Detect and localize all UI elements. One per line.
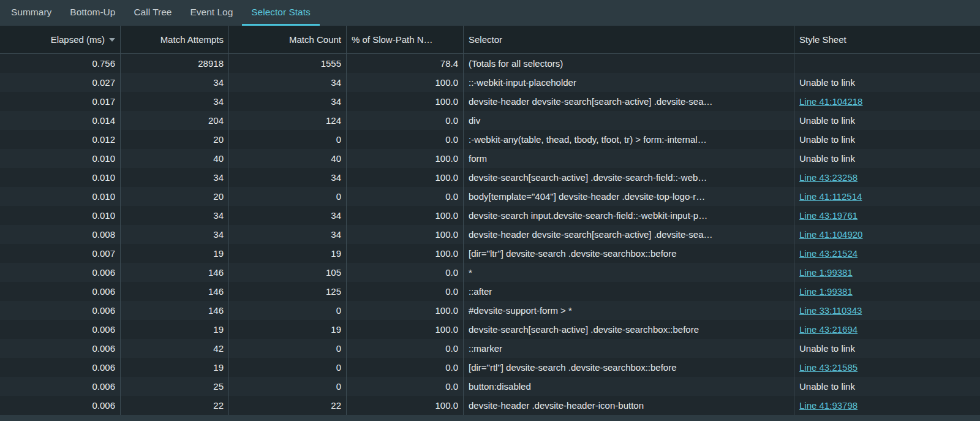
- sheet-cell: Unable to link: [794, 130, 980, 149]
- table-row[interactable]: 0.75628918155578.4(Totals for all select…: [0, 54, 980, 73]
- table-row[interactable]: 0.0061460100.0#devsite-support-form > *L…: [0, 301, 980, 320]
- column-header-label: Elapsed (ms): [51, 34, 105, 45]
- count-cell: 34: [229, 225, 347, 244]
- column-header-attempts[interactable]: Match Attempts: [121, 26, 229, 53]
- selector-cell: devsite-header devsite-search[search-act…: [464, 92, 794, 111]
- elapsed-cell: 0.008: [0, 225, 121, 244]
- table-row[interactable]: 0.0064200.0::markerUnable to link: [0, 339, 980, 358]
- style-sheet-link[interactable]: Line 1:99381: [799, 267, 853, 278]
- attempts-cell: 28918: [121, 54, 229, 73]
- elapsed-cell: 0.006: [0, 301, 121, 320]
- slow-cell: 0.0: [347, 377, 464, 396]
- tab-summary[interactable]: Summary: [2, 0, 61, 26]
- column-header-sheet[interactable]: Style Sheet: [794, 26, 980, 53]
- selector-cell: div: [464, 111, 794, 130]
- elapsed-cell: 0.027: [0, 73, 121, 92]
- sheet-cell: Line 33:110343: [794, 301, 980, 320]
- slow-cell: 78.4: [347, 54, 464, 73]
- column-header-count[interactable]: Match Count: [229, 26, 347, 53]
- count-cell: 34: [229, 206, 347, 225]
- count-cell: 19: [229, 244, 347, 263]
- style-sheet-link[interactable]: Line 43:23258: [799, 172, 858, 183]
- selector-cell: (Totals for all selectors): [464, 54, 794, 73]
- style-sheet-link[interactable]: Line 41:104920: [799, 229, 862, 240]
- selector-cell: button:disabled: [464, 377, 794, 396]
- table-row[interactable]: 0.0071919100.0[dir="ltr"] devsite-search…: [0, 244, 980, 263]
- slow-cell: 0.0: [347, 263, 464, 282]
- sheet-cell: Line 43:21585: [794, 358, 980, 377]
- table-row[interactable]: 0.0103434100.0devsite-search[search-acti…: [0, 168, 980, 187]
- table-row[interactable]: 0.0142041240.0divUnable to link: [0, 111, 980, 130]
- slow-cell: 0.0: [347, 130, 464, 149]
- tab-event-log[interactable]: Event Log: [181, 0, 242, 26]
- selector-cell: devsite-search[search-active] .devsite-s…: [464, 168, 794, 187]
- table-row[interactable]: 0.0061461050.0*Line 1:99381: [0, 263, 980, 282]
- count-cell: 40: [229, 149, 347, 168]
- table-row[interactable]: 0.0062222100.0devsite-header .devsite-he…: [0, 396, 980, 415]
- sheet-cell: Line 43:21524: [794, 244, 980, 263]
- table-row[interactable]: 0.0122000.0:-webkit-any(table, thead, tb…: [0, 130, 980, 149]
- table-row[interactable]: 0.0061461250.0::afterLine 1:99381: [0, 282, 980, 301]
- slow-cell: 0.0: [347, 358, 464, 377]
- attempts-cell: 25: [121, 377, 229, 396]
- selector-cell: form: [464, 149, 794, 168]
- count-cell: 19: [229, 320, 347, 339]
- slow-cell: 100.0: [347, 149, 464, 168]
- slow-cell: 0.0: [347, 111, 464, 130]
- table-row[interactable]: 0.0083434100.0devsite-header devsite-sea…: [0, 225, 980, 244]
- table-row[interactable]: 0.0062500.0button:disabledUnable to link: [0, 377, 980, 396]
- slow-cell: 100.0: [347, 244, 464, 263]
- attempts-cell: 34: [121, 206, 229, 225]
- elapsed-cell: 0.006: [0, 282, 121, 301]
- attempts-cell: 19: [121, 320, 229, 339]
- attempts-cell: 20: [121, 187, 229, 206]
- attempts-cell: 34: [121, 92, 229, 111]
- style-sheet-link[interactable]: Line 43:19761: [799, 210, 858, 221]
- style-sheet-link[interactable]: Line 41:112514: [799, 191, 862, 202]
- style-sheet-link[interactable]: Line 43:21694: [799, 324, 858, 335]
- selector-cell: [dir="ltr"] devsite-search .devsite-sear…: [464, 244, 794, 263]
- count-cell: 1555: [229, 54, 347, 73]
- column-header-selector[interactable]: Selector: [464, 26, 794, 53]
- attempts-cell: 34: [121, 168, 229, 187]
- style-sheet-link[interactable]: Line 33:110343: [799, 305, 862, 316]
- table-row[interactable]: 0.0061919100.0devsite-search[search-acti…: [0, 320, 980, 339]
- table-row[interactable]: 0.0173434100.0devsite-header devsite-sea…: [0, 92, 980, 111]
- style-sheet-link[interactable]: Line 41:104218: [799, 96, 862, 107]
- panel-bottom-edge: [0, 415, 980, 421]
- style-sheet-link[interactable]: Line 41:93798: [799, 400, 858, 411]
- performance-tab-bar: SummaryBottom-UpCall TreeEvent LogSelect…: [0, 0, 980, 26]
- attempts-cell: 34: [121, 73, 229, 92]
- tab-selector-stats[interactable]: Selector Stats: [242, 0, 320, 26]
- attempts-cell: 146: [121, 282, 229, 301]
- sheet-cell: Unable to link: [794, 339, 980, 358]
- selector-cell: devsite-header devsite-search[search-act…: [464, 225, 794, 244]
- elapsed-cell: 0.006: [0, 377, 121, 396]
- table-row[interactable]: 0.0102000.0body[template="404"] devsite-…: [0, 187, 980, 206]
- elapsed-cell: 0.006: [0, 396, 121, 415]
- slow-cell: 0.0: [347, 339, 464, 358]
- count-cell: 105: [229, 263, 347, 282]
- attempts-cell: 34: [121, 225, 229, 244]
- sheet-cell: Unable to link: [794, 73, 980, 92]
- sheet-cell: Unable to link: [794, 111, 980, 130]
- elapsed-cell: 0.010: [0, 187, 121, 206]
- table-row[interactable]: 0.0273434100.0::-webkit-input-placeholde…: [0, 73, 980, 92]
- slow-cell: 100.0: [347, 301, 464, 320]
- style-sheet-link[interactable]: Line 43:21524: [799, 248, 858, 259]
- selector-cell: [dir="rtl"] devsite-search .devsite-sear…: [464, 358, 794, 377]
- selector-stats-table-header: Elapsed (ms)Match AttemptsMatch Count% o…: [0, 26, 980, 54]
- table-row[interactable]: 0.0061900.0[dir="rtl"] devsite-search .d…: [0, 358, 980, 377]
- tab-call-tree[interactable]: Call Tree: [124, 0, 181, 26]
- style-sheet-link[interactable]: Line 43:21585: [799, 362, 858, 373]
- column-header-label: Match Count: [289, 34, 341, 45]
- style-sheet-link[interactable]: Line 1:99381: [799, 286, 853, 297]
- column-header-slow[interactable]: % of Slow-Path N…: [347, 26, 464, 53]
- table-row[interactable]: 0.0104040100.0formUnable to link: [0, 149, 980, 168]
- table-row[interactable]: 0.0103434100.0devsite-search input.devsi…: [0, 206, 980, 225]
- column-header-elapsed[interactable]: Elapsed (ms): [0, 26, 121, 53]
- selector-cell: ::-webkit-input-placeholder: [464, 73, 794, 92]
- sheet-cell: Line 43:21694: [794, 320, 980, 339]
- tab-bottom-up[interactable]: Bottom-Up: [61, 0, 124, 26]
- slow-cell: 100.0: [347, 225, 464, 244]
